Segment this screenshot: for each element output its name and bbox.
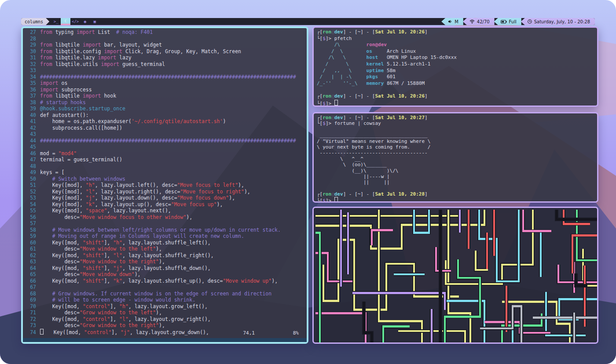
terminal-row: _____________________________________ bbox=[317, 132, 597, 138]
terminal-group-icon[interactable]: >_ bbox=[51, 18, 61, 25]
wifi-widget[interactable]: 42/70 bbox=[463, 18, 495, 25]
media-group-icon[interactable]: ◉ bbox=[80, 18, 90, 25]
wifi-value: 42/70 bbox=[477, 19, 490, 24]
code-line: 48 bbox=[26, 163, 307, 170]
pipe-segment bbox=[414, 210, 429, 233]
terminal-pfetch-body[interactable]: ┌[ron@dev] - [~] - [Sat Jul 10, 20:26]└[… bbox=[314, 28, 597, 106]
scroll-percent: 8% bbox=[293, 330, 299, 336]
code-line: 63 desc="Move window to the right"), bbox=[26, 258, 307, 265]
code-line: 28 bbox=[26, 36, 307, 42]
code-line: 45 bbox=[26, 144, 307, 150]
code-line: 66 Key([mod, "shift"], "k", lazy.layout.… bbox=[26, 278, 307, 284]
terminal-cursor bbox=[334, 100, 338, 106]
pipe-segment bbox=[523, 210, 551, 231]
bar-groups: >_☾</>◉▣ bbox=[51, 18, 99, 25]
wifi-icon bbox=[469, 19, 475, 24]
code-line: 42 subprocess.call([home]) bbox=[26, 125, 307, 131]
clock-widget[interactable]: Saturday, July, 10 - 20:28 bbox=[521, 18, 595, 25]
code-group-icon[interactable]: </> bbox=[70, 18, 80, 25]
code-line: 43 bbox=[26, 131, 307, 138]
code-line: 44######################################… bbox=[26, 138, 307, 144]
terminal-cursor bbox=[334, 197, 338, 201]
code-line: 49keys = [ bbox=[26, 169, 307, 176]
code-line: 33 bbox=[26, 67, 307, 74]
terminal-row: \ your next byte is coming from. / bbox=[317, 144, 597, 150]
code-line: 30from libqtile.config import Click, Dra… bbox=[26, 48, 307, 55]
editor-buffer[interactable]: 27from typing import List # noqa: F40128… bbox=[23, 28, 307, 342]
code-line: 59 # Moving out of range in Columns layo… bbox=[26, 233, 307, 240]
code-line: 41 home = os.path.expanduser('~/.config/… bbox=[26, 118, 307, 125]
code-line: 73 desc="Grow window to the right"), bbox=[26, 322, 307, 329]
terminal-cowsay-body[interactable]: ┌[ron@dev] - [~] - [Sat Jul 10, 20:27]└[… bbox=[314, 113, 597, 201]
code-line: 64 Key([mod, "shift"], "j", lazy.layout.… bbox=[26, 265, 307, 272]
terminal-row: || || bbox=[317, 179, 597, 185]
terminal-row bbox=[317, 186, 597, 191]
terminal-row: ------------------------------------- bbox=[317, 150, 597, 156]
terminal-row: / \ kernel 5.12.15-arch1-1 bbox=[317, 61, 597, 68]
pipe-segment bbox=[315, 210, 460, 216]
battery-label: Full bbox=[509, 19, 517, 24]
code-line: 62 Key([mod, "shift"], "l", lazy.layout.… bbox=[26, 252, 307, 259]
speaker-icon bbox=[448, 19, 452, 24]
desktop: columns >_☾</>◉▣ M 42/70 Full Saturday, … bbox=[0, 0, 616, 364]
terminal-row: ┌[ron@dev] - [~] - [Sat Jul 10, 20:26] bbox=[317, 29, 597, 36]
terminal-row: └[$]> fortune | cowsay bbox=[317, 120, 597, 126]
terminal-row: /_-'' ''-_\ memory 867M / 15880M bbox=[317, 80, 597, 87]
terminal-row: └[$]> pfetch bbox=[317, 36, 597, 42]
code-line: 72 Key([mod, "control"], "l", lazy.layou… bbox=[26, 316, 307, 323]
code-line: 68 # Grow windows. If current window is … bbox=[26, 291, 307, 297]
browser-group-icon[interactable]: ☾ bbox=[61, 18, 70, 25]
code-line: 65 desc="Move window down"), bbox=[26, 271, 307, 278]
battery-widget[interactable]: Full bbox=[494, 18, 521, 25]
terminal-pfetch-window[interactable]: ┌[ron@dev] - [~] - [Sat Jul 10, 20:26]└[… bbox=[312, 26, 598, 107]
battery-icon bbox=[501, 20, 507, 24]
terminal-row: / ,, \ uptime 58m bbox=[317, 68, 597, 74]
terminal-pipes-window[interactable] bbox=[312, 207, 598, 344]
terminal-row bbox=[317, 87, 597, 93]
code-line: 50 # Switch between windows bbox=[26, 176, 307, 182]
code-line: 58 # Move windows between left/right col… bbox=[26, 227, 307, 233]
code-line: 38# startup hooks bbox=[26, 99, 307, 106]
code-line: 39@hook.subscribe.startup_once bbox=[26, 106, 307, 112]
pipe-segment bbox=[315, 233, 320, 342]
pipe-segment bbox=[558, 265, 597, 282]
code-line: 54 Key([mod], "k", lazy.layout.up(), des… bbox=[26, 201, 307, 208]
terminal-row bbox=[317, 127, 597, 132]
terminal-row: ┌[ron@dev] - [~] - [Sat Jul 10, 20:27] bbox=[317, 115, 597, 120]
pipe-segment bbox=[383, 327, 410, 342]
code-line: 60 Key([mod, "shift"], "h", lazy.layout.… bbox=[26, 240, 307, 246]
terminal-cowsay-window[interactable]: ┌[ron@dev] - [~] - [Sat Jul 10, 20:27]└[… bbox=[312, 112, 598, 203]
editor-window[interactable]: 27from typing import List # noqa: F40128… bbox=[21, 26, 308, 344]
terminal-row: \ ^__^ bbox=[317, 156, 597, 162]
code-line: 34######################################… bbox=[26, 74, 307, 80]
chat-group-icon[interactable]: ▣ bbox=[90, 18, 99, 25]
code-line: 40def autostart(): bbox=[26, 112, 307, 119]
pipe-segment bbox=[372, 230, 393, 245]
code-line: 55 Key([mod], "space", lazy.layout.next(… bbox=[26, 207, 307, 214]
terminal-row: ||----w | bbox=[317, 174, 597, 179]
code-line: 69 # will be to screen edge - window wou… bbox=[26, 297, 307, 303]
code-line: 36import subprocess bbox=[26, 87, 307, 93]
terminal-row: \ (oo)\_______ bbox=[317, 162, 597, 167]
cursor-position: 74,1 bbox=[243, 330, 255, 336]
terminal-row: └[$]> bbox=[317, 100, 597, 106]
status-bar: columns >_☾</>◉▣ M 42/70 Full Saturday, … bbox=[21, 18, 595, 25]
volume-widget[interactable]: M bbox=[441, 18, 463, 25]
terminal-row: ┌[ron@dev] - [~] - [Sat Jul 10, 20:28] bbox=[317, 191, 597, 197]
pipe-segment bbox=[414, 210, 429, 233]
terminal-row: /\ \ host OMEN HP Laptop 15-dc0xxx bbox=[317, 55, 597, 61]
clock-label: Saturday, July, 10 - 20:28 bbox=[534, 19, 590, 24]
terminal-row: / "Virtual" means never knowing where \ bbox=[317, 138, 597, 144]
code-line: 37from libqtile import hook bbox=[26, 93, 307, 99]
code-line: 53 Key([mod], "j", lazy.layout.down(), d… bbox=[26, 195, 307, 201]
code-line: 27from typing import List # noqa: F401 bbox=[26, 29, 307, 36]
code-line: 67 bbox=[26, 284, 307, 291]
layout-indicator[interactable]: columns bbox=[21, 18, 49, 25]
volume-label: M bbox=[455, 19, 458, 24]
code-line: 35import os bbox=[26, 80, 307, 87]
code-line: 32from libqtile.utils import guess_termi… bbox=[26, 61, 307, 68]
code-line: 71 desc="Grow window to the left"), bbox=[26, 309, 307, 316]
code-line: 61 desc="Move window to the left"), bbox=[26, 246, 307, 252]
code-line: 57 bbox=[26, 220, 307, 227]
code-line: 70 Key([mod, "control"], "h", lazy.layou… bbox=[26, 303, 307, 310]
